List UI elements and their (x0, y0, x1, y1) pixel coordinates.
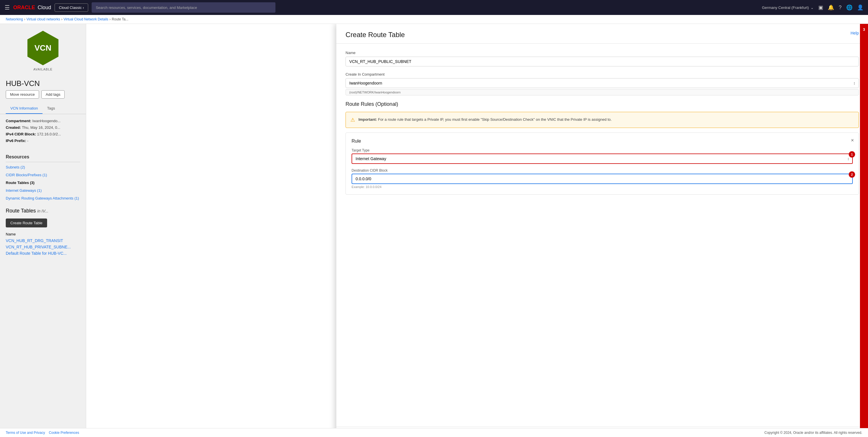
footer: Terms of Use and Privacy Cookie Preferen… (0, 428, 868, 437)
vcn-available-status: AVAILABLE (33, 67, 53, 71)
move-resource-button[interactable]: Move resource (6, 90, 39, 98)
user-icon[interactable]: 👤 (857, 4, 863, 11)
chevron-down-icon: ⌄ (811, 5, 814, 10)
search-input[interactable] (92, 2, 275, 13)
dest-cidr-wrapper: 2 (351, 174, 853, 184)
breadcrumb-networking[interactable]: Networking (6, 17, 23, 21)
route-table-item-2[interactable]: VCN_RT_HUB_PRIVATE_SUBNE... (6, 244, 80, 250)
resource-link-subnets[interactable]: Subnets (2) (6, 163, 80, 171)
compartment-path: (root)/NETWORK/IwanHoogendoorn (345, 89, 859, 95)
target-type-wrapper: Internet Gateway ↕ 1 (351, 153, 853, 164)
nav-right: Germany Central (Frankfurt) ⌄ ▣ 🔔 ? 🌐 👤 (762, 4, 863, 11)
rule-title: Rule (351, 139, 853, 144)
tab-tags[interactable]: Tags (42, 103, 59, 114)
main-layout: VCN AVAILABLE HUB-VCN Move resource Add … (0, 24, 868, 437)
vcn-hexagon: VCN (26, 31, 60, 65)
create-route-table-button[interactable]: Create Route Table (6, 218, 47, 227)
vcn-tabs: VCN Information Tags (0, 103, 86, 114)
create-route-table-modal: Create Route Table Help Name Create In C… (336, 24, 868, 437)
breadcrumb: Networking › Virtual cloud networks › Vi… (0, 15, 868, 24)
vcn-info: Compartment: IwanHoogendo... Created: Th… (0, 114, 86, 150)
bell-icon[interactable]: 🔔 (828, 4, 834, 11)
breadcrumb-sep2: › (61, 17, 62, 21)
terms-link[interactable]: Terms of Use and Privacy (6, 431, 45, 435)
step3-badge: 3 (863, 27, 865, 32)
cloud-classic-button[interactable]: Cloud Classic › (55, 3, 88, 12)
left-panel: VCN AVAILABLE HUB-VCN Move resource Add … (0, 24, 86, 437)
globe-icon[interactable]: 🌐 (846, 4, 852, 11)
route-table-item-3[interactable]: Default Route Table for HUB-VC... (6, 250, 80, 257)
step1-badge: 1 (849, 151, 855, 157)
breadcrumb-sep1: › (24, 17, 25, 21)
modal-body: Name Create In Compartment IwanHoogendoo… (336, 44, 868, 427)
vcn-logo-area: VCN AVAILABLE (0, 24, 86, 76)
compartment-label: Create In Compartment (345, 72, 859, 77)
screen-icon[interactable]: ▣ (818, 4, 823, 11)
vcn-name: HUB-VCN (0, 76, 86, 90)
close-rule-button[interactable]: × (851, 138, 854, 143)
compartment-select[interactable]: IwanHoogendoorn (345, 78, 859, 88)
name-form-group: Name (345, 51, 859, 66)
footer-copyright: Copyright © 2024, Oracle and/or its affi… (764, 431, 862, 435)
tab-vcn-information[interactable]: VCN Information (6, 103, 42, 114)
resource-link-drg[interactable]: Dynamic Routing Gateways Attachments (1) (6, 194, 80, 202)
step2-badge: 2 (849, 171, 855, 178)
compartment-form-group: Create In Compartment IwanHoogendoorn ↕ … (345, 72, 859, 95)
cookie-link[interactable]: Cookie Preferences (49, 431, 79, 435)
vcn-actions: Move resource Add tags (0, 90, 86, 103)
resource-link-route-tables[interactable]: Route Tables (3) (6, 179, 80, 186)
footer-left: Terms of Use and Privacy Cookie Preferen… (6, 431, 79, 435)
name-column-header: Name (6, 232, 80, 236)
target-type-label: Target Type (351, 148, 853, 152)
step3-side-indicator: 3 (860, 24, 868, 437)
dest-cidr-label: Destination CIDR Block (351, 169, 853, 173)
modal-header: Create Route Table Help (336, 24, 868, 44)
compartment-select-wrapper: IwanHoogendoorn ↕ (345, 78, 859, 88)
important-warning: ⚠ Important: For a route rule that targe… (345, 112, 859, 128)
dest-cidr-input[interactable] (351, 174, 853, 184)
route-tables-section: Route Tables in IV... Create Route Table… (0, 204, 86, 260)
resource-link-internet-gateways[interactable]: Internet Gateways (1) (6, 186, 80, 194)
target-type-field: Target Type Internet Gateway ↕ 1 (351, 148, 853, 164)
breadcrumb-vcn-details[interactable]: Virtual Cloud Network Details (63, 17, 108, 21)
top-navigation: ☰ ORACLE Cloud Cloud Classic › Germany C… (0, 0, 868, 15)
route-rules-title: Route Rules (Optional) (345, 101, 859, 107)
main-content: Create Route Table Help Name Create In C… (86, 24, 868, 437)
help-link[interactable]: Help (850, 31, 859, 35)
help-icon[interactable]: ? (839, 5, 842, 11)
breadcrumb-vcn[interactable]: Virtual cloud networks (26, 17, 60, 21)
warning-icon: ⚠ (350, 117, 355, 123)
breadcrumb-sep3: › (110, 17, 111, 21)
route-table-item-1[interactable]: VCN_HUB_RT_DRG_TRANSIT (6, 237, 80, 244)
dest-cidr-field: Destination CIDR Block 2 Example: 10.0.0… (351, 169, 853, 188)
name-label: Name (345, 51, 859, 55)
oracle-logo: ORACLE Cloud (13, 5, 51, 11)
resources-title: Resources (6, 154, 80, 159)
modal-title: Create Route Table (345, 31, 405, 39)
hamburger-icon[interactable]: ☰ (5, 4, 10, 11)
rule-card: Rule × Target Type Internet Gateway ↕ 1 (345, 133, 859, 195)
breadcrumb-route-ta: Route Ta... (112, 17, 128, 21)
route-rules-section: Route Rules (Optional) ⚠ Important: For … (345, 101, 859, 195)
target-type-select[interactable]: Internet Gateway (351, 153, 853, 164)
dest-cidr-example: Example: 10.0.0.0/24 (351, 185, 853, 188)
add-tags-button[interactable]: Add tags (41, 90, 65, 98)
resource-link-cidr[interactable]: CIDR Blocks/Prefixes (1) (6, 171, 80, 179)
resources-section: Resources Subnets (2) CIDR Blocks/Prefix… (0, 150, 86, 204)
region-selector[interactable]: Germany Central (Frankfurt) ⌄ (762, 5, 814, 10)
name-input[interactable] (345, 57, 859, 66)
